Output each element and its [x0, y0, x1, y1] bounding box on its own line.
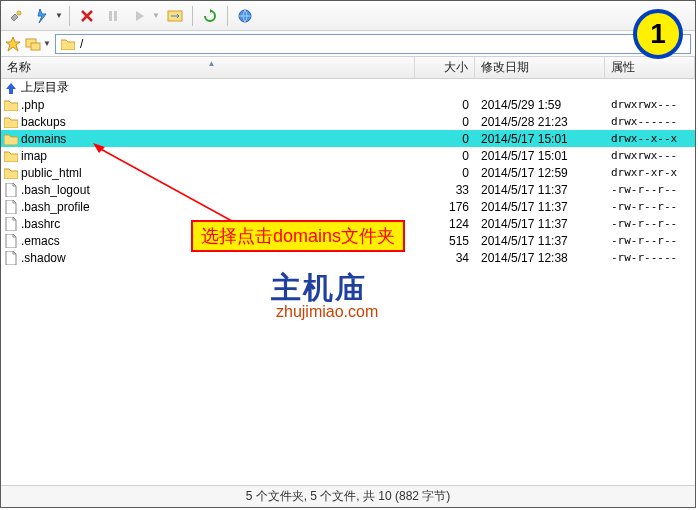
parent-dir-row[interactable]: 上层目录 [1, 79, 695, 96]
column-header-name[interactable]: 名称▲ [1, 57, 415, 78]
globe-icon [237, 8, 253, 24]
file-attr: drwxr-xr-x [605, 166, 695, 179]
folder-icon [3, 114, 19, 130]
file-icon [3, 216, 19, 232]
file-attr: -rw-r--r-- [605, 217, 695, 230]
file-attr: drwx------ [605, 115, 695, 128]
file-size: 515 [415, 234, 475, 248]
up-arrow-icon [3, 80, 19, 96]
folder-row[interactable]: imap02014/5/17 15:01drwxrwx--- [1, 147, 695, 164]
file-attr: -rw-r--r-- [605, 183, 695, 196]
pause-icon [105, 8, 121, 24]
svg-point-0 [17, 11, 21, 15]
file-date: 2014/5/17 12:38 [475, 251, 605, 265]
folder-row[interactable]: domains02014/5/17 15:01drwx--x--x [1, 130, 695, 147]
folder-row[interactable]: .php02014/5/29 1:59drwxrwx--- [1, 96, 695, 113]
file-name: .bash_logout [21, 183, 90, 197]
file-attr: drwx--x--x [605, 132, 695, 145]
connect-button[interactable] [5, 5, 27, 27]
play-icon [131, 8, 147, 24]
file-name: public_html [21, 166, 82, 180]
file-name: backups [21, 115, 66, 129]
folder-tree-icon[interactable] [25, 36, 41, 52]
cancel-button[interactable] [76, 5, 98, 27]
file-icon [3, 182, 19, 198]
file-name: .php [21, 98, 44, 112]
svg-rect-2 [114, 11, 117, 21]
file-date: 2014/5/29 1:59 [475, 98, 605, 112]
file-attr: -rw-r--r-- [605, 234, 695, 247]
dropdown-icon[interactable]: ▼ [152, 11, 160, 20]
file-date: 2014/5/17 11:37 [475, 200, 605, 214]
separator [69, 6, 70, 26]
file-attr: drwxrwx--- [605, 149, 695, 162]
svg-rect-1 [109, 11, 112, 21]
folder-icon [3, 131, 19, 147]
file-date: 2014/5/17 11:37 [475, 217, 605, 231]
file-size: 124 [415, 217, 475, 231]
column-header-attr[interactable]: 属性 [605, 57, 695, 78]
file-size: 0 [415, 166, 475, 180]
file-size: 33 [415, 183, 475, 197]
favorite-icon[interactable] [5, 36, 21, 52]
file-attr: -rw-r--r-- [605, 200, 695, 213]
file-attr: -rw-r----- [605, 251, 695, 264]
file-name: domains [21, 132, 66, 146]
x-icon [79, 8, 95, 24]
watermark-url: zhujimiao.com [276, 303, 378, 321]
separator [192, 6, 193, 26]
folder-icon [3, 148, 19, 164]
file-date: 2014/5/17 12:59 [475, 166, 605, 180]
file-size: 0 [415, 98, 475, 112]
separator [227, 6, 228, 26]
refresh-icon [202, 8, 218, 24]
file-date: 2014/5/17 15:01 [475, 149, 605, 163]
folder-icon [3, 97, 19, 113]
play-button[interactable] [128, 5, 150, 27]
refresh-button[interactable] [199, 5, 221, 27]
folder-row[interactable]: backups02014/5/28 21:23drwx------ [1, 113, 695, 130]
path-text: / [80, 37, 83, 51]
path-bar: ▼ / [1, 31, 695, 57]
file-size: 0 [415, 132, 475, 146]
folder-row[interactable]: public_html02014/5/17 12:59drwxr-xr-x [1, 164, 695, 181]
file-date: 2014/5/17 11:37 [475, 183, 605, 197]
file-size: 34 [415, 251, 475, 265]
status-bar: 5 个文件夹, 5 个文件, 共 10 (882 字节) [1, 485, 695, 507]
annotation-callout: 选择点击domains文件夹 [191, 220, 405, 252]
svg-rect-6 [31, 43, 40, 50]
file-date: 2014/5/17 11:37 [475, 234, 605, 248]
dropdown-icon[interactable]: ▼ [43, 39, 51, 48]
quickconnect-button[interactable] [31, 5, 53, 27]
dropdown-icon[interactable]: ▼ [55, 11, 63, 20]
file-row[interactable]: .bash_logout332014/5/17 11:37-rw-r--r-- [1, 181, 695, 198]
file-size: 0 [415, 149, 475, 163]
column-header-size[interactable]: 大小 [415, 57, 475, 78]
file-icon [3, 233, 19, 249]
file-size: 176 [415, 200, 475, 214]
file-name: .bash_profile [21, 200, 90, 214]
transfer-button[interactable] [164, 5, 186, 27]
folder-icon [60, 36, 76, 52]
ftp-window: ▼ ▼ ▼ / 名称▲ 大小 修改日期 属性 上层目录 .php02014/5/… [0, 0, 696, 508]
transfer-icon [167, 8, 183, 24]
sort-asc-icon: ▲ [208, 59, 216, 68]
remote-button[interactable] [234, 5, 256, 27]
file-name: .shadow [21, 251, 66, 265]
file-name: .bashrc [21, 217, 60, 231]
main-toolbar: ▼ ▼ [1, 1, 695, 31]
path-input[interactable]: / [55, 34, 691, 54]
lightning-icon [34, 8, 50, 24]
file-date: 2014/5/28 21:23 [475, 115, 605, 129]
pause-button[interactable] [102, 5, 124, 27]
column-header-date[interactable]: 修改日期 [475, 57, 605, 78]
plug-icon [8, 8, 24, 24]
file-attr: drwxrwx--- [605, 98, 695, 111]
file-name: .emacs [21, 234, 60, 248]
file-size: 0 [415, 115, 475, 129]
file-row[interactable]: .bash_profile1762014/5/17 11:37-rw-r--r-… [1, 198, 695, 215]
column-header-row: 名称▲ 大小 修改日期 属性 [1, 57, 695, 79]
file-name: imap [21, 149, 47, 163]
file-icon [3, 250, 19, 266]
folder-icon [3, 165, 19, 181]
